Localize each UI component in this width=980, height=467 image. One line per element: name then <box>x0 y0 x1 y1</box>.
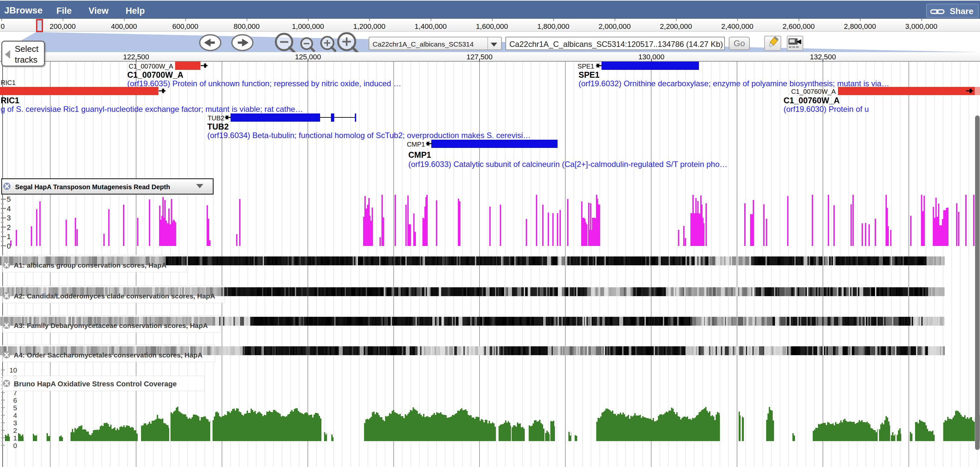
svg-text:C1_00760W_A: C1_00760W_A <box>784 96 840 105</box>
svg-text:6: 6 <box>13 397 17 404</box>
svg-text:2,600,000: 2,600,000 <box>783 22 815 30</box>
svg-text:TUB2: TUB2 <box>207 122 229 131</box>
svg-text:CMP1: CMP1 <box>408 150 431 159</box>
svg-text:5: 5 <box>7 195 11 203</box>
svg-text:C1_00700W_A: C1_00700W_A <box>127 70 183 79</box>
svg-text:A1: albicans group conservatio: A1: albicans group conservation scores, … <box>14 261 167 269</box>
svg-text:3: 3 <box>13 419 17 427</box>
svg-text:CMP1: CMP1 <box>407 141 425 148</box>
svg-text:Segal HapA Transposon Mutagene: Segal HapA Transposon Mutagenesis Read D… <box>15 183 170 191</box>
svg-text:Bruno HapA Oxidative Stress Co: Bruno HapA Oxidative Stress Control Cove… <box>14 380 177 388</box>
svg-text:2: 2 <box>7 223 11 232</box>
svg-text:g of S. cerevisiae Ric1 guanyl: g of S. cerevisiae Ric1 guanyl-nucleotid… <box>1 105 303 113</box>
svg-text:1,200,000: 1,200,000 <box>353 22 385 30</box>
svg-text:C1_00760W_A: C1_00760W_A <box>791 88 836 95</box>
svg-text:(orf19.6030) Protein of u: (orf19.6030) Protein of u <box>784 105 869 113</box>
svg-text:RIC1: RIC1 <box>1 79 16 86</box>
svg-text:1,400,000: 1,400,000 <box>415 22 447 30</box>
svg-text:200,000: 200,000 <box>49 22 76 30</box>
svg-text:1,800,000: 1,800,000 <box>537 22 570 30</box>
svg-text:2,400,000: 2,400,000 <box>721 22 753 30</box>
svg-text:1: 1 <box>7 232 11 241</box>
svg-text:A4: Order Saccharomycetales co: A4: Order Saccharomycetales conservation… <box>14 351 202 359</box>
svg-text:(orf19.6033) Catalytic subunit: (orf19.6033) Catalytic subunit of calcin… <box>408 160 727 168</box>
svg-text:800,000: 800,000 <box>234 22 260 30</box>
svg-text:3,000,000: 3,000,000 <box>905 22 937 30</box>
svg-text:600,000: 600,000 <box>172 22 199 30</box>
svg-text:0: 0 <box>13 442 17 449</box>
svg-text:10: 10 <box>10 366 17 374</box>
svg-text:3: 3 <box>7 214 11 222</box>
svg-text:(orf19.6032) Ornithine decarbo: (orf19.6032) Ornithine decarboxylase; en… <box>579 79 889 88</box>
svg-text:1,000,000: 1,000,000 <box>292 22 324 30</box>
svg-text:RIC1: RIC1 <box>1 96 19 105</box>
svg-text:A3: Family Debaryomycetaceae c: A3: Family Debaryomycetaceae conservatio… <box>14 322 208 329</box>
svg-text:400,000: 400,000 <box>111 22 137 30</box>
svg-text:5: 5 <box>13 404 17 411</box>
svg-text:2,000,000: 2,000,000 <box>598 22 631 30</box>
svg-text:2: 2 <box>13 427 17 434</box>
svg-text:(orf19.6035) Protein of unknow: (orf19.6035) Protein of unknown function… <box>127 79 401 88</box>
svg-text:2,800,000: 2,800,000 <box>844 22 876 30</box>
svg-text:2,200,000: 2,200,000 <box>660 22 692 30</box>
svg-text:4: 4 <box>13 411 17 419</box>
svg-text:TUB2: TUB2 <box>208 114 224 122</box>
svg-text:A2: Candida/Lodderomyces clade: A2: Candida/Lodderomyces clade conservat… <box>14 292 215 300</box>
svg-text:SPE1: SPE1 <box>579 70 600 79</box>
svg-text:4: 4 <box>7 205 11 213</box>
svg-text:1: 1 <box>13 434 17 442</box>
svg-text:(orf19.6034) Beta-tubulin; fun: (orf19.6034) Beta-tubulin; functional ho… <box>207 131 531 140</box>
svg-text:1,600,000: 1,600,000 <box>476 22 508 30</box>
svg-text:0: 0 <box>1 22 5 30</box>
